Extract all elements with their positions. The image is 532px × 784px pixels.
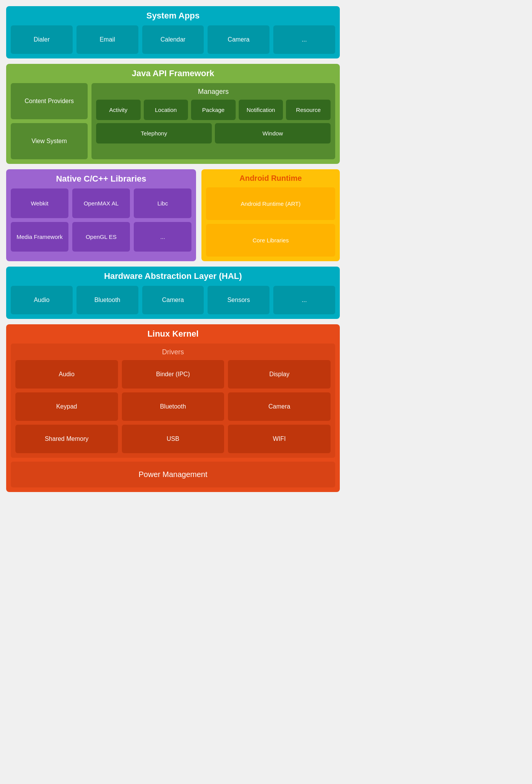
driver-card: Audio — [15, 360, 118, 389]
linux-kernel-layer: Linux Kernel Drivers AudioBinder (IPC)Di… — [6, 324, 340, 492]
hal-card: Audio — [11, 286, 73, 314]
hal-layer: Hardware Abstraction Layer (HAL) AudioBl… — [6, 267, 340, 319]
driver-card: Camera — [228, 392, 331, 421]
system-app-card: Calendar — [142, 25, 204, 54]
native-lib-card: Libc — [134, 188, 191, 218]
driver-card: WIFI — [228, 425, 331, 453]
system-apps-layer: System Apps DialerEmailCalendarCamera... — [6, 6, 340, 58]
native-libs-title: Native C/C++ Libraries — [11, 174, 191, 184]
native-lib-card: ... — [134, 222, 191, 252]
native-lib-card: OpenGL ES — [72, 222, 130, 252]
driver-card: Bluetooth — [122, 392, 224, 421]
java-api-left-card: View System — [11, 123, 88, 159]
hal-title: Hardware Abstraction Layer (HAL) — [11, 271, 335, 281]
manager-card: Telephony — [96, 123, 212, 143]
android-runtime-title: Android Runtime — [206, 174, 335, 183]
drivers-title: Drivers — [15, 348, 331, 356]
hal-card: ... — [273, 286, 335, 314]
hal-card: Camera — [142, 286, 204, 314]
java-api-left: Content ProvidersView System — [11, 83, 88, 159]
system-apps-cards: DialerEmailCalendarCamera... — [11, 25, 335, 54]
drivers-box: Drivers AudioBinder (IPC)DisplayKeypadBl… — [11, 344, 335, 458]
java-api-left-card: Content Providers — [11, 83, 88, 119]
hal-cards: AudioBluetoothCameraSensors... — [11, 286, 335, 314]
managers-title: Managers — [96, 88, 331, 96]
native-libs-grid: WebkitOpenMAX ALLibcMedia FrameworkOpenG… — [11, 188, 191, 252]
android-runtime-layer: Android Runtime Android Runtime (ART)Cor… — [201, 169, 340, 261]
manager-card: Location — [144, 100, 188, 120]
manager-card: Activity — [96, 100, 141, 120]
java-api-right: Managers ActivityLocationPackageNotifica… — [91, 83, 335, 159]
native-lib-card: Media Framework — [11, 222, 68, 252]
java-api-inner: Content ProvidersView System Managers Ac… — [11, 83, 335, 159]
managers-grid: ActivityLocationPackageNotificationResou… — [96, 100, 331, 143]
middle-row: Native C/C++ Libraries WebkitOpenMAX ALL… — [6, 169, 340, 261]
runtime-card: Android Runtime (ART) — [206, 187, 335, 220]
driver-card: Keypad — [15, 392, 118, 421]
system-app-card: Dialer — [11, 25, 73, 54]
native-libs-layer: Native C/C++ Libraries WebkitOpenMAX ALL… — [6, 169, 196, 261]
hal-card: Sensors — [208, 286, 269, 314]
power-management: Power Management — [11, 462, 335, 487]
drivers-grid: AudioBinder (IPC)DisplayKeypadBluetoothC… — [15, 360, 331, 453]
system-app-card: Camera — [208, 25, 269, 54]
manager-card: Window — [215, 123, 331, 143]
runtime-cards: Android Runtime (ART)Core Libraries — [206, 187, 335, 257]
native-lib-card: OpenMAX AL — [72, 188, 130, 218]
native-lib-card: Webkit — [11, 188, 68, 218]
system-app-card: Email — [76, 25, 138, 54]
hal-card: Bluetooth — [76, 286, 138, 314]
java-api-title: Java API Framework — [11, 68, 335, 78]
driver-card: Shared Memory — [15, 425, 118, 453]
driver-card: USB — [122, 425, 224, 453]
manager-card: Notification — [239, 100, 283, 120]
java-api-layer: Java API Framework Content ProvidersView… — [6, 64, 340, 164]
system-app-card: ... — [273, 25, 335, 54]
manager-card: Resource — [286, 100, 331, 120]
manager-card: Package — [191, 100, 236, 120]
system-apps-title: System Apps — [11, 11, 335, 21]
runtime-card: Core Libraries — [206, 224, 335, 257]
driver-card: Binder (IPC) — [122, 360, 224, 389]
linux-kernel-title: Linux Kernel — [11, 329, 335, 339]
driver-card: Display — [228, 360, 331, 389]
